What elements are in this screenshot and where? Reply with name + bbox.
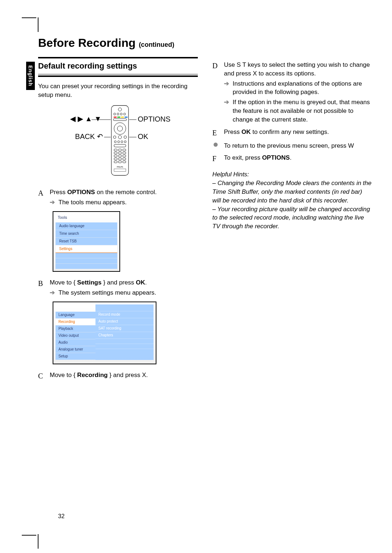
intro-text: You can preset your recording settings i… (38, 82, 198, 99)
left-column: Default recording settings You can prese… (38, 57, 198, 385)
step-e-suffix: to confirm any new settings. (251, 128, 329, 135)
svg-rect-6 (114, 117, 117, 118)
tools-menu-item: Time search (56, 230, 117, 238)
bullet-return: ● To return to the previous menu screen,… (212, 142, 372, 150)
arrow-icon: ➔ (224, 79, 229, 97)
settings-menu: Language Recording Playback Video output… (53, 302, 156, 364)
ok-label: OK (138, 133, 149, 141)
settings-left-item: Language (56, 312, 95, 319)
step-b: B Move to { Settings } and press OK. ➔Th… (38, 278, 198, 297)
svg-rect-9 (124, 117, 127, 118)
remote-figure: PHILIPS ◀ ▶ ▲ ▼ OPTIONS BACK ↶ OK (38, 104, 198, 179)
step-a-suffix: on the remote control. (95, 189, 157, 196)
step-b-suffix: . (145, 279, 147, 286)
step-a-sub: The tools menu appears. (58, 198, 127, 207)
step-letter: B (38, 278, 45, 297)
settings-right-item: SAT recording (95, 325, 154, 332)
section-heading: Default recording settings (38, 61, 198, 72)
tools-menu-item: Reset TSB (56, 238, 117, 245)
back-label: BACK ↶ (75, 133, 103, 141)
hints-heading: Helpful Hints: (212, 170, 372, 179)
settings-right-item: Auto protect (95, 318, 154, 325)
step-d-sub2: If the option in the menu is greyed out,… (233, 98, 372, 124)
settings-right-header (95, 304, 154, 311)
step-f: F To exit, press OPTIONS. (212, 153, 372, 164)
arrows-label: ◀ ▶ ▲ ▼ (70, 115, 101, 123)
bullet-icon: ● (212, 142, 219, 150)
settings-left-item: Audio (56, 339, 95, 346)
tools-menu: Tools Audio language Time search Reset T… (53, 211, 120, 272)
arrow-icon: ➔ (224, 98, 229, 124)
step-c: C Move to { Recording } and press X. (38, 371, 198, 381)
step-f-bold: OPTIONS (262, 154, 290, 161)
step-e-bold: OK (241, 128, 251, 135)
step-d: D Use S T keys to select the setting you… (212, 61, 372, 124)
step-a-bold: OPTIONS (67, 189, 95, 196)
tools-menu-item-selected: Settings (56, 245, 117, 253)
step-letter: E (212, 128, 219, 138)
crop-mark (22, 535, 36, 536)
crop-mark (38, 534, 38, 549)
options-label: OPTIONS (138, 115, 171, 123)
settings-right-item: Record mode (95, 311, 154, 318)
settings-left-item: Playback (56, 325, 95, 332)
remote-diagram: PHILIPS ◀ ▶ ▲ ▼ OPTIONS BACK ↶ OK (64, 104, 172, 177)
crop-mark (38, 17, 38, 32)
step-a: A Press OPTIONS on the remote control. ➔… (38, 188, 198, 207)
step-e: E Press OK to confirm any new settings. (212, 128, 372, 138)
page-number: 32 (58, 513, 65, 520)
svg-rect-0 (111, 106, 128, 176)
settings-right-item: Chapters (95, 332, 154, 339)
step-letter: F (212, 153, 219, 164)
step-f-prefix: To exit, press (224, 154, 262, 161)
settings-left-item: Analogue tuner (56, 346, 95, 353)
step-b-sub: The system settings menu appears. (58, 288, 156, 297)
hints-1: – Changing the Recording Mode clears the… (212, 179, 372, 205)
step-b-bold2: OK (136, 279, 145, 286)
svg-rect-8 (121, 117, 124, 118)
step-f-suffix: . (290, 154, 291, 161)
arrow-icon: ➔ (50, 198, 55, 207)
step-c-suffix: } and press X. (108, 372, 148, 378)
settings-left-header (56, 304, 95, 312)
hints-2: – Your recording picture quality will be… (212, 205, 372, 231)
step-b-mid: } and press (102, 279, 136, 286)
step-letter: A (38, 188, 45, 207)
step-d-sub1: Instructions and explanations of the opt… (233, 79, 372, 97)
title-main: Before Recording (38, 36, 135, 49)
page-title: Before Recording (continued) (38, 36, 372, 50)
step-letter: C (38, 371, 45, 381)
step-b-prefix: Move to { (50, 279, 77, 286)
title-continued: (continued) (139, 41, 174, 48)
settings-left-item: Setup (56, 353, 95, 360)
arrow-icon: ➔ (50, 288, 55, 297)
step-b-bold: Settings (77, 279, 102, 286)
svg-rect-7 (117, 117, 120, 118)
right-column: D Use S T keys to select the setting you… (212, 57, 372, 385)
step-c-prefix: Move to { (50, 372, 77, 378)
tools-menu-item: Audio language (56, 222, 117, 230)
page-content: Before Recording (continued) Default rec… (38, 36, 372, 385)
settings-left-item: Video output (56, 332, 95, 339)
step-a-prefix: Press (50, 189, 67, 196)
step-letter: D (212, 61, 219, 124)
step-e-prefix: Press (224, 128, 241, 135)
svg-text:PHILIPS: PHILIPS (117, 166, 123, 168)
bullet-text: To return to the previous menu screen, p… (224, 142, 354, 150)
step-d-line1: Use S T keys to select the setting you w… (224, 61, 372, 78)
language-tab: English (26, 62, 35, 90)
tools-menu-title: Tools (56, 214, 117, 222)
settings-left-item-selected: Recording (56, 319, 95, 325)
crop-mark (22, 17, 36, 18)
step-c-bold: Recording (77, 372, 108, 378)
